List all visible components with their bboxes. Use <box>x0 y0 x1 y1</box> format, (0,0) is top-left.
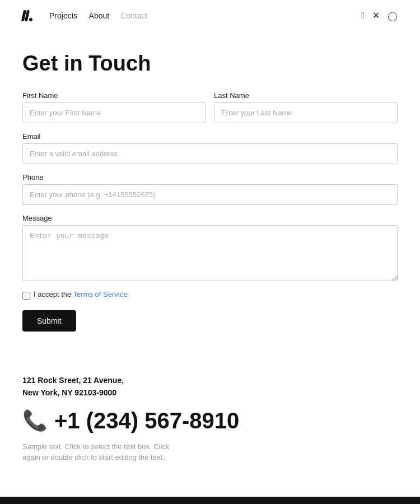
phone-group: Phone <box>22 173 398 205</box>
nav-left: Projects About Contact <box>22 10 147 21</box>
phone-number[interactable]: +1 (234) 567-8910 <box>54 408 239 433</box>
instagram-icon[interactable]: ◯ <box>388 11 398 21</box>
phone-label: Phone <box>22 173 398 181</box>
submit-button[interactable]: Submit <box>22 310 76 332</box>
address-line1: 121 Rock Sreet, 21 Avenue, <box>22 374 398 386</box>
page-title: Get in Touch <box>22 52 398 76</box>
logo[interactable] <box>22 10 32 21</box>
contact-info: 121 Rock Sreet, 21 Avenue, New York, NY … <box>0 354 420 480</box>
footer: Number, Street Name City, Country, Zip C… <box>0 497 420 504</box>
sample-text: Sample text. Click to select the text bo… <box>22 441 179 463</box>
nav-link-about[interactable]: About <box>89 11 110 20</box>
logo-dot <box>29 18 32 21</box>
navbar: Projects About Contact  ✕ ◯ <box>0 0 420 31</box>
tos-row: I accept the Terms of Service <box>22 290 398 301</box>
contact-address: 121 Rock Sreet, 21 Avenue, New York, NY … <box>22 374 398 399</box>
last-name-input[interactable] <box>214 102 398 123</box>
last-name-label: Last Name <box>214 91 398 100</box>
nav-link-contact[interactable]: Contact <box>120 11 147 20</box>
message-input[interactable] <box>22 225 398 281</box>
nav-link-projects[interactable]: Projects <box>49 11 78 20</box>
phone-icon: 📞 <box>22 409 48 432</box>
email-row: Email <box>22 132 398 164</box>
phone-input[interactable] <box>22 184 398 205</box>
phone-row: Phone <box>22 173 398 205</box>
first-name-input[interactable] <box>22 102 206 123</box>
last-name-group: Last Name <box>214 91 398 123</box>
tos-label[interactable]: I accept the Terms of Service <box>34 290 127 298</box>
tos-checkbox[interactable] <box>22 292 30 300</box>
email-group: Email <box>22 132 398 164</box>
message-group: Message <box>22 214 398 281</box>
address-line2: New York, NY 92103-9000 <box>22 386 398 399</box>
facebook-icon[interactable]:  <box>361 11 365 21</box>
email-input[interactable] <box>22 143 398 164</box>
twitter-x-icon[interactable]: ✕ <box>372 11 380 21</box>
message-label: Message <box>22 214 398 222</box>
tos-link[interactable]: Terms of Service <box>73 290 128 298</box>
phone-row-display: 📞 +1 (234) 567-8910 <box>22 408 398 433</box>
message-row: Message <box>22 214 398 281</box>
email-label: Email <box>22 132 398 141</box>
contact-form: First Name Last Name Email Phone <box>22 91 398 332</box>
first-name-label: First Name <box>22 91 206 100</box>
nav-social:  ✕ ◯ <box>361 11 398 21</box>
name-row: First Name Last Name <box>22 91 398 123</box>
main-content: Get in Touch First Name Last Name Email … <box>0 31 420 354</box>
nav-links: Projects About Contact <box>49 11 147 20</box>
first-name-group: First Name <box>22 91 206 123</box>
